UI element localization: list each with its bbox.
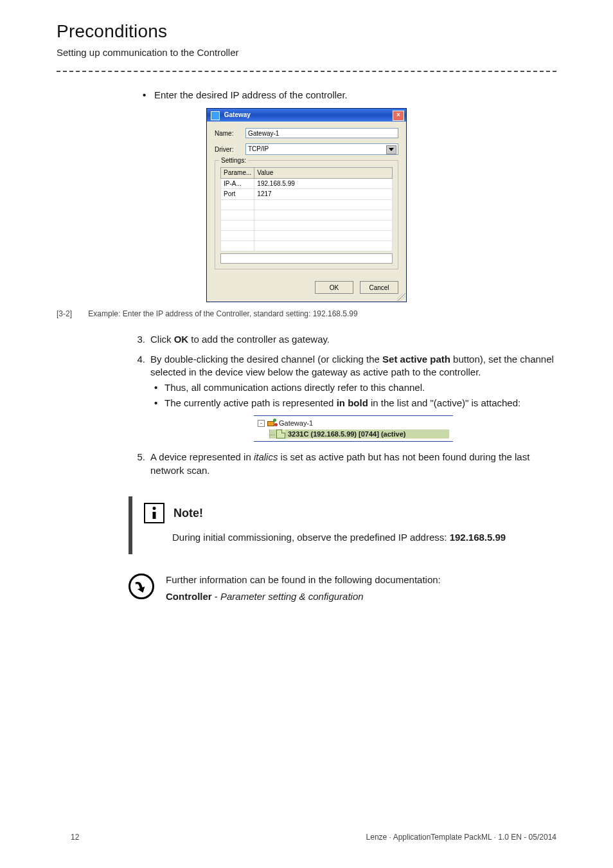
- settings-table[interactable]: Parame... Value IP-A... 192.168.5.99 Por…: [220, 167, 393, 251]
- page-subtitle: Setting up communication to the Controll…: [57, 46, 556, 59]
- footer-right: Lenze · ApplicationTemplate PackML · 1.0…: [366, 832, 556, 842]
- tree-gateway-label: Gateway-1: [279, 419, 313, 428]
- note-block: Note! During initial commissioning, obse…: [129, 496, 556, 554]
- intro-bullet: Enter the desired IP address of the cont…: [143, 89, 556, 102]
- tree-gateway-row[interactable]: - Gateway-1: [258, 419, 449, 428]
- dialog-app-icon: [211, 111, 220, 120]
- th-param[interactable]: Parame...: [221, 168, 254, 179]
- table-row: [221, 220, 393, 230]
- page-footer: 12 Lenze · ApplicationTemplate PackML · …: [71, 832, 556, 842]
- tree-device-label: 3231C (192.168.5.99) [0744] (active): [288, 429, 405, 439]
- note-body: During initial commissioning, observe th…: [172, 531, 547, 544]
- caption-text: Example: Enter the IP address of the Con…: [88, 309, 357, 318]
- name-input[interactable]: [245, 128, 398, 138]
- resize-grip-icon[interactable]: [398, 293, 405, 301]
- dialog-titlebar[interactable]: Gateway ×: [207, 109, 406, 122]
- td-port-label[interactable]: Port: [221, 189, 254, 200]
- device-icon: [276, 429, 285, 439]
- td-ip-label[interactable]: IP-A...: [221, 178, 254, 189]
- tree-device-row[interactable]: 3231C (192.168.5.99) [0744] (active): [269, 429, 449, 439]
- td-port-value[interactable]: 1217: [254, 189, 393, 200]
- close-icon[interactable]: ×: [393, 111, 404, 121]
- settings-legend: Settings:: [219, 156, 248, 165]
- caption-number: [3-2]: [57, 309, 86, 319]
- gateway-icon: [267, 419, 276, 427]
- table-row: IP-A... 192.168.5.99: [221, 178, 393, 189]
- table-row: [221, 210, 393, 220]
- info-icon: [144, 503, 164, 523]
- driver-value: TCP/IP: [248, 145, 269, 152]
- step-4: 4. By double-clicking the desired channe…: [129, 353, 556, 442]
- note-title: Note!: [173, 505, 203, 521]
- driver-label: Driver:: [215, 145, 245, 154]
- ok-button[interactable]: OK: [315, 281, 353, 294]
- driver-select[interactable]: TCP/IP: [245, 143, 398, 155]
- table-row: [221, 240, 393, 251]
- table-row: [221, 230, 393, 240]
- dialog-title: Gateway: [224, 111, 251, 118]
- cancel-button[interactable]: Cancel: [360, 281, 398, 294]
- step-5: 5. A device represented in italics is se…: [129, 451, 556, 477]
- ref-line2: Controller - Parameter setting & configu…: [166, 590, 441, 603]
- figure-caption: [3-2] Example: Enter the IP address of t…: [57, 309, 556, 319]
- pointer-icon: [129, 574, 154, 599]
- gateway-dialog: Gateway × Name: Driver: TCP/IP Settings:…: [206, 108, 407, 302]
- td-ip-value[interactable]: 192.168.5.99: [254, 178, 393, 189]
- th-value[interactable]: Value: [254, 168, 393, 179]
- table-row: [221, 199, 393, 210]
- page-title: Preconditions: [57, 19, 556, 44]
- ref-line1: Further information can be found in the …: [166, 574, 441, 586]
- page-number: 12: [71, 832, 79, 842]
- section-divider: [57, 71, 556, 72]
- table-row: Port 1217: [221, 189, 393, 200]
- step-3: 3. Click OK to add the controller as gat…: [129, 333, 556, 346]
- name-label: Name:: [215, 129, 245, 138]
- active-path-tree: - Gateway-1 3231C (192.168.5.99) [0744] …: [254, 415, 453, 442]
- status-area: [220, 253, 393, 264]
- collapse-icon[interactable]: -: [258, 420, 265, 427]
- step-4-sub1: Thus, all communication actions directly…: [150, 381, 556, 394]
- step-4-sub2: The currently active path is represented…: [150, 397, 556, 410]
- reference-block: Further information can be found in the …: [129, 574, 556, 608]
